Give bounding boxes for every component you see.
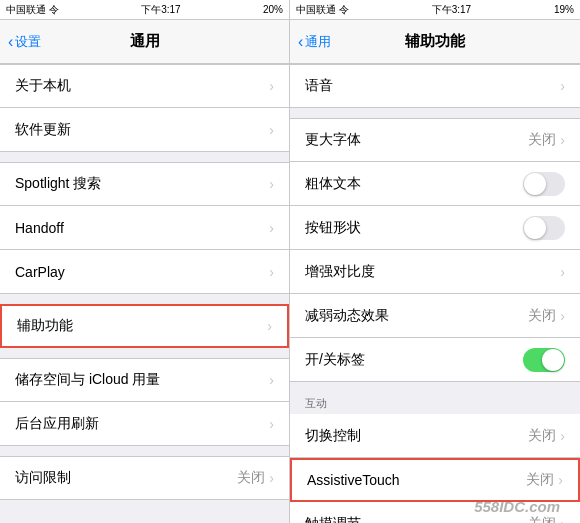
chevron-voice: › — [560, 78, 565, 94]
nav-bar-right: ‹ 通用 辅助功能 — [290, 20, 580, 64]
chevron-handoff: › — [269, 220, 274, 236]
item-reduce-motion[interactable]: 减弱动态效果 关闭 › — [290, 294, 580, 338]
chevron-increase-contrast: › — [560, 264, 565, 280]
item-increase-contrast[interactable]: 增强对比度 › — [290, 250, 580, 294]
nav-title-left: 通用 — [130, 32, 160, 51]
time-right: 下午3:17 — [432, 3, 471, 17]
item-switch-control-right: 关闭 › — [528, 427, 565, 445]
chevron-accessibility: › — [267, 318, 272, 334]
section-group-2: Spotlight 搜索 › Handoff › CarPlay › — [0, 162, 289, 294]
chevron-reduce-motion: › — [560, 308, 565, 324]
item-spotlight-right: › — [269, 176, 274, 192]
chevron-storage: › — [269, 372, 274, 388]
item-switch-control-label: 切换控制 — [305, 427, 361, 445]
item-touch-accommodations-right: 关闭 › — [528, 515, 565, 524]
item-restrictions[interactable]: 访问限制 关闭 › — [0, 456, 289, 500]
item-background-refresh-label: 后台应用刷新 — [15, 415, 99, 433]
toggle-on-off-labels[interactable] — [523, 348, 565, 372]
status-bar-left: 中国联通 令 下午3:17 20% — [0, 0, 289, 20]
item-switch-control[interactable]: 切换控制 关闭 › — [290, 414, 580, 458]
section-display: 更大字体 关闭 › 粗体文本 按钮形状 — [290, 118, 580, 382]
item-voice-right: › — [560, 78, 565, 94]
sep-1 — [0, 152, 289, 162]
item-carplay[interactable]: CarPlay › — [0, 250, 289, 294]
item-handoff[interactable]: Handoff › — [0, 206, 289, 250]
item-accessibility-right: › — [267, 318, 272, 334]
item-accessibility-label: 辅助功能 — [17, 317, 73, 335]
item-button-shapes[interactable]: 按钮形状 — [290, 206, 580, 250]
sep-3 — [0, 348, 289, 358]
chevron-assistive-touch: › — [558, 472, 563, 488]
item-bold-text[interactable]: 粗体文本 — [290, 162, 580, 206]
chevron-larger-text: › — [560, 132, 565, 148]
panel-right: 中国联通 令 下午3:17 19% ‹ 通用 辅助功能 语音 › — [290, 0, 580, 523]
item-larger-text-right: 关闭 › — [528, 131, 565, 149]
item-accessibility[interactable]: 辅助功能 › — [0, 304, 289, 348]
chevron-restrictions: › — [269, 470, 274, 486]
item-assistive-touch[interactable]: AssistiveTouch 关闭 › — [290, 458, 580, 502]
item-voice-label: 语音 — [305, 77, 333, 95]
back-button-left[interactable]: ‹ 设置 — [8, 33, 41, 51]
item-assistive-touch-label: AssistiveTouch — [307, 472, 400, 488]
item-restrictions-right: 关闭 › — [237, 469, 274, 487]
nav-bar-left: ‹ 设置 通用 — [0, 20, 289, 64]
item-storage-right: › — [269, 372, 274, 388]
item-software-update-right: › — [269, 122, 274, 138]
item-larger-text-value: 关闭 — [528, 131, 556, 149]
item-larger-text-label: 更大字体 — [305, 131, 361, 149]
item-restrictions-label: 访问限制 — [15, 469, 71, 487]
chevron-software: › — [269, 122, 274, 138]
carrier-left: 中国联通 令 — [6, 3, 59, 17]
settings-list-left: 关于本机 › 软件更新 › Spotlight 搜索 › — [0, 64, 289, 523]
item-background-refresh[interactable]: 后台应用刷新 › — [0, 402, 289, 446]
item-reduce-motion-value: 关闭 — [528, 307, 556, 325]
status-right-battery: 19% — [554, 4, 574, 15]
section-group-4: 储存空间与 iCloud 用量 › 后台应用刷新 › — [0, 358, 289, 446]
item-bold-text-right — [523, 172, 565, 196]
item-carplay-label: CarPlay — [15, 264, 65, 280]
toggle-on-off-labels-knob — [542, 349, 564, 371]
section-group-1: 关于本机 › 软件更新 › — [0, 64, 289, 152]
item-carplay-right: › — [269, 264, 274, 280]
item-switch-control-value: 关闭 — [528, 427, 556, 445]
item-bold-text-label: 粗体文本 — [305, 175, 361, 193]
item-software-update[interactable]: 软件更新 › — [0, 108, 289, 152]
chevron-switch-control: › — [560, 428, 565, 444]
nav-title-right: 辅助功能 — [405, 32, 465, 51]
item-on-off-labels-label: 开/关标签 — [305, 351, 365, 369]
item-about-label: 关于本机 — [15, 77, 71, 95]
item-storage-label: 储存空间与 iCloud 用量 — [15, 371, 160, 389]
battery-right: 19% — [554, 4, 574, 15]
back-chevron-right: ‹ — [298, 34, 303, 50]
back-label-left: 设置 — [15, 33, 41, 51]
status-right-carrier: 中国联通 令 — [296, 3, 349, 17]
item-voice[interactable]: 语音 › — [290, 64, 580, 108]
back-button-right[interactable]: ‹ 通用 — [298, 33, 331, 51]
item-background-refresh-right: › — [269, 416, 274, 432]
section-voice: 语音 › — [290, 64, 580, 108]
item-spotlight[interactable]: Spotlight 搜索 › — [0, 162, 289, 206]
item-larger-text[interactable]: 更大字体 关闭 › — [290, 118, 580, 162]
item-restrictions-value: 关闭 — [237, 469, 265, 487]
item-assistive-touch-value: 关闭 — [526, 471, 554, 489]
item-button-shapes-label: 按钮形状 — [305, 219, 361, 237]
chevron-carplay: › — [269, 264, 274, 280]
item-about[interactable]: 关于本机 › — [0, 64, 289, 108]
watermark: 558IDC.com — [474, 498, 560, 515]
item-about-right: › — [269, 78, 274, 94]
item-reduce-motion-right: 关闭 › — [528, 307, 565, 325]
status-right-left: 20% — [263, 4, 283, 15]
toggle-bold-text[interactable] — [523, 172, 565, 196]
toggle-button-shapes-knob — [524, 217, 546, 239]
sep-4 — [0, 446, 289, 456]
item-touch-accommodations-label: 触摸调节 — [305, 515, 361, 524]
chevron-about: › — [269, 78, 274, 94]
chevron-background: › — [269, 416, 274, 432]
item-spotlight-label: Spotlight 搜索 — [15, 175, 101, 193]
chevron-spotlight: › — [269, 176, 274, 192]
battery-left: 20% — [263, 4, 283, 15]
item-storage[interactable]: 储存空间与 iCloud 用量 › — [0, 358, 289, 402]
item-on-off-labels[interactable]: 开/关标签 — [290, 338, 580, 382]
sep-2 — [0, 294, 289, 304]
toggle-button-shapes[interactable] — [523, 216, 565, 240]
